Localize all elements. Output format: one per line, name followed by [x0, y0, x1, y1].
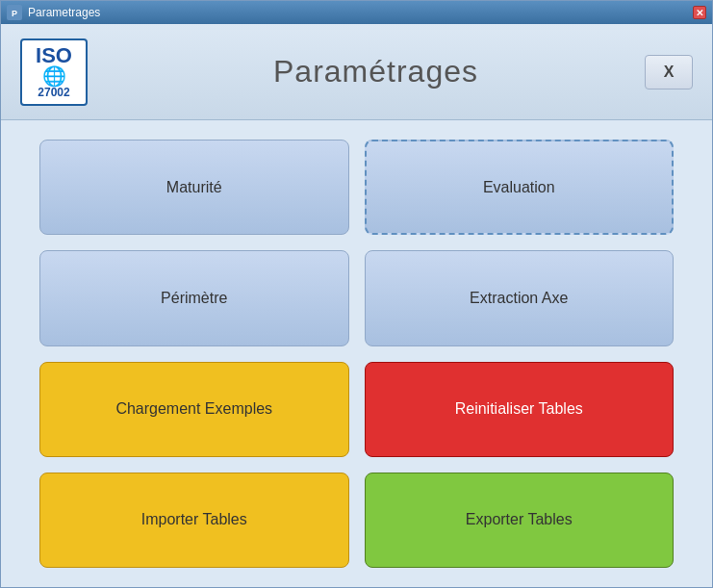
- title-bar-text: Parametrages: [28, 6, 693, 19]
- title-bar-close-button[interactable]: ✕: [693, 6, 706, 19]
- maturite-button[interactable]: Maturité: [39, 140, 349, 235]
- exporter-tables-button[interactable]: Exporter Tables: [365, 473, 675, 568]
- extraction-axe-button[interactable]: Extraction Axe: [365, 250, 675, 345]
- iso-globe-icon: 🌐: [42, 66, 66, 86]
- perimetre-button[interactable]: Périmètre: [39, 250, 349, 345]
- chargement-exemples-button[interactable]: Chargement Exemples: [39, 362, 349, 457]
- title-bar-icon: P: [7, 5, 22, 20]
- iso-text-bottom: 27002: [38, 86, 69, 99]
- content-area: Maturité Evaluation Périmètre Extraction…: [1, 120, 712, 587]
- title-bar: P Parametrages ✕: [1, 1, 712, 24]
- header: ISO 🌐 27002 Paramétrages X: [1, 24, 712, 120]
- main-window: P Parametrages ✕ ISO 🌐 27002 Paramétrage…: [0, 0, 713, 588]
- evaluation-button[interactable]: Evaluation: [365, 140, 675, 235]
- svg-text:P: P: [12, 9, 17, 18]
- page-title: Paramétrages: [107, 54, 645, 89]
- importer-tables-button[interactable]: Importer Tables: [39, 473, 349, 568]
- reinitialiser-tables-button[interactable]: Reinitialiser Tables: [365, 362, 675, 457]
- iso-logo: ISO 🌐 27002: [20, 38, 88, 106]
- iso-text-top: ISO: [36, 45, 72, 66]
- header-close-button[interactable]: X: [645, 55, 693, 89]
